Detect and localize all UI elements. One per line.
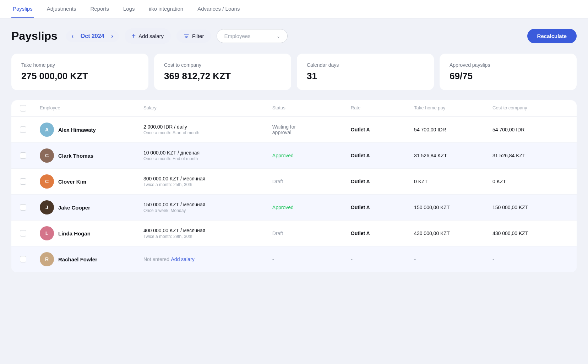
stat-label-3: Approved payslips xyxy=(450,62,567,68)
cost-4: 430 000,00 KZT xyxy=(492,230,568,236)
table-row[interactable]: A Alex Himawaty 2 000,00 IDR / daily Onc… xyxy=(11,117,577,143)
stat-value-0: 275 000,00 KZT xyxy=(21,71,138,82)
row-checkbox-cell-4 xyxy=(20,230,37,237)
employee-name-3: Jake Cooper xyxy=(58,205,90,211)
th-cost: Cost to company xyxy=(492,105,568,112)
salary-cell-4: 400 000,00 KZT / месячная Twice a month:… xyxy=(143,228,270,239)
rate-5: - xyxy=(351,256,411,262)
stat-value-1: 369 812,72 KZT xyxy=(164,71,281,82)
nav-adjustments[interactable]: Adjustments xyxy=(45,0,78,18)
take-home-3: 150 000,00 KZT xyxy=(414,205,490,210)
recalculate-button[interactable]: Recalculate xyxy=(527,29,577,43)
stat-take-home-pay: Take home pay 275 000,00 KZT xyxy=(11,54,148,90)
cost-0: 54 700,00 IDR xyxy=(492,127,568,132)
employees-dropdown[interactable]: Employees ⌄ xyxy=(217,29,288,43)
avatar-0: A xyxy=(40,123,54,137)
stat-value-3: 69/75 xyxy=(450,71,567,82)
row-checkbox-cell-2 xyxy=(20,178,37,185)
select-all-checkbox[interactable] xyxy=(20,105,26,112)
employee-name-5: Rachael Fowler xyxy=(58,256,97,262)
row-checkbox-2[interactable] xyxy=(20,178,26,185)
nav-iiko[interactable]: iiko integration xyxy=(147,0,185,18)
employee-name-0: Alex Himawaty xyxy=(58,127,96,133)
cost-5: - xyxy=(492,256,568,262)
prev-month-arrow[interactable]: ‹ xyxy=(72,33,74,39)
stat-approved-payslips: Approved payslips 69/75 xyxy=(440,54,577,90)
rate-1: Outlet A xyxy=(351,153,411,158)
take-home-1: 31 526,84 KZT xyxy=(414,153,490,158)
rate-4: Outlet A xyxy=(351,230,411,236)
add-salary-link[interactable]: Add salary xyxy=(171,256,195,262)
employee-name-4: Linda Hogan xyxy=(58,230,91,237)
row-checkbox-3[interactable] xyxy=(20,204,26,211)
main-content: Payslips ‹ Oct 2024 › + Add salary Filte… xyxy=(0,18,588,282)
salary-main-1: 10 000,00 KZT / дневная xyxy=(143,150,270,156)
employee-cell-2: C Clover Kim xyxy=(40,174,141,189)
status-1: Approved xyxy=(272,153,348,158)
nav-advances[interactable]: Advances / Loans xyxy=(196,0,241,18)
header-row: Payslips ‹ Oct 2024 › + Add salary Filte… xyxy=(11,28,577,44)
row-checkbox-cell-1 xyxy=(20,152,37,159)
salary-sub-3: Once a week: Monday xyxy=(143,208,270,213)
avatar-4: L xyxy=(40,226,54,240)
row-checkbox-cell-3 xyxy=(20,204,37,211)
add-salary-button[interactable]: + Add salary xyxy=(125,28,171,44)
not-entered-label: Not entered xyxy=(143,256,169,262)
th-salary: Salary xyxy=(143,105,270,112)
take-home-5: - xyxy=(414,256,490,262)
th-rate: Rate xyxy=(351,105,411,112)
rate-3: Outlet A xyxy=(351,205,411,210)
table-row[interactable]: R Rachael Fowler Not entered Add salary … xyxy=(11,246,577,272)
employee-cell-5: R Rachael Fowler xyxy=(40,252,141,266)
avatar-2: C xyxy=(40,174,54,189)
employee-cell-4: L Linda Hogan xyxy=(40,226,141,240)
table-row[interactable]: J Jake Cooper 150 000,00 KZT / месячная … xyxy=(11,195,577,221)
employee-cell-1: C Clark Thomas xyxy=(40,148,141,163)
row-checkbox-5[interactable] xyxy=(20,256,26,262)
cost-2: 0 KZT xyxy=(492,179,568,184)
take-home-4: 430 000,00 KZT xyxy=(414,230,490,236)
stat-label-1: Cost to company xyxy=(164,62,281,68)
table-row[interactable]: C Clover Kim 300 000,00 KZT / месячная T… xyxy=(11,169,577,195)
top-navigation: Payslips Adjustments Reports Logs iiko i… xyxy=(0,0,588,18)
stat-label-0: Take home pay xyxy=(21,62,138,68)
take-home-2: 0 KZT xyxy=(414,179,490,184)
employee-name-2: Clover Kim xyxy=(58,179,86,185)
employee-cell-3: J Jake Cooper xyxy=(40,200,141,214)
page-title: Payslips xyxy=(11,29,58,43)
avatar-3: J xyxy=(40,200,54,214)
filter-button[interactable]: Filter xyxy=(176,29,211,43)
th-status: Status xyxy=(272,105,348,112)
rate-0: Outlet A xyxy=(351,127,411,132)
stat-label-2: Calendar days xyxy=(307,62,424,68)
salary-main-2: 300 000,00 KZT / месячная xyxy=(143,176,270,181)
avatar-5: R xyxy=(40,252,54,266)
table-row[interactable]: C Clark Thomas 10 000,00 KZT / дневная O… xyxy=(11,143,577,169)
status-5: - xyxy=(272,256,348,262)
status-3: Approved xyxy=(272,205,348,210)
row-checkbox-4[interactable] xyxy=(20,230,26,237)
nav-logs[interactable]: Logs xyxy=(122,0,136,18)
rate-2: Outlet A xyxy=(351,179,411,184)
salary-cell-5: Not entered Add salary xyxy=(143,256,270,262)
select-all-checkbox-cell xyxy=(20,105,37,112)
row-checkbox-0[interactable] xyxy=(20,126,26,133)
row-checkbox-1[interactable] xyxy=(20,152,26,159)
current-month: Oct 2024 xyxy=(76,33,108,39)
salary-main-0: 2 000,00 IDR / daily xyxy=(143,124,270,130)
table-row[interactable]: L Linda Hogan 400 000,00 KZT / месячная … xyxy=(11,221,577,246)
employee-name-1: Clark Thomas xyxy=(58,153,93,159)
salary-cell-1: 10 000,00 KZT / дневная Once a month: En… xyxy=(143,150,270,161)
salary-sub-4: Twice a month: 29th, 30th xyxy=(143,234,270,239)
employee-cell-0: A Alex Himawaty xyxy=(40,123,141,137)
salary-sub-2: Twice a month: 25th, 30th xyxy=(143,182,270,187)
nav-payslips[interactable]: Payslips xyxy=(11,0,34,18)
stats-row: Take home pay 275 000,00 KZT Cost to com… xyxy=(11,54,577,90)
month-selector[interactable]: ‹ Oct 2024 › xyxy=(66,30,119,42)
chevron-down-icon: ⌄ xyxy=(277,34,280,39)
nav-reports[interactable]: Reports xyxy=(89,0,110,18)
next-month-arrow[interactable]: › xyxy=(111,33,113,39)
salary-cell-3: 150 000,00 KZT / месячная Once a week: M… xyxy=(143,202,270,213)
cost-1: 31 526,84 KZT xyxy=(492,153,568,158)
row-checkbox-cell-5 xyxy=(20,256,37,262)
